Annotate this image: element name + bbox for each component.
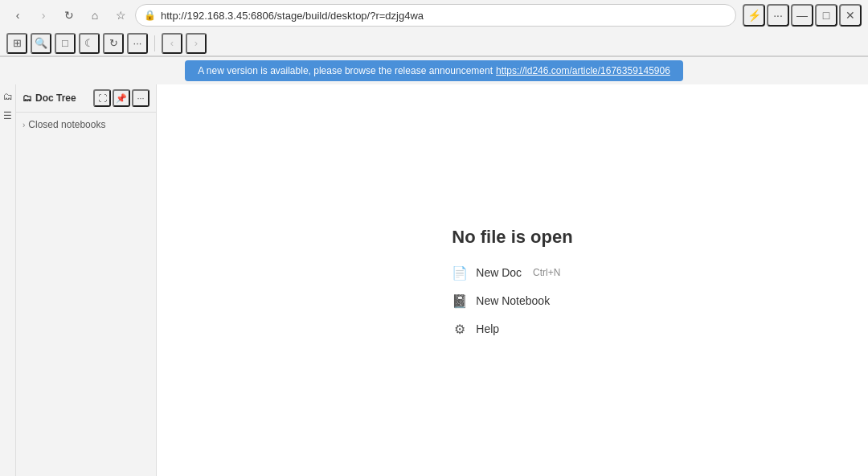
help-action[interactable]: ⚙ Help <box>452 320 572 339</box>
doc-tree-strip-icon[interactable]: 🗂 <box>1 89 15 104</box>
new-notebook-action[interactable]: 📓 New Notebook <box>452 292 572 310</box>
new-notebook-label: New Notebook <box>476 294 550 307</box>
minimize-button[interactable]: — <box>791 4 813 27</box>
sidebar-header: 🗂 Doc Tree ⛶ 📌 ··· <box>16 84 156 113</box>
left-icon-strip: 🗂 ☰ <box>0 84 16 476</box>
announcement-link[interactable]: https://ld246.com/article/1676359145906 <box>496 65 670 76</box>
browser-action-buttons: ⚡ ··· — □ ✕ <box>743 4 862 27</box>
nav-forward-button[interactable]: › <box>186 33 207 54</box>
new-doc-icon: 📄 <box>452 265 468 281</box>
chevron-right-icon: › <box>23 121 25 129</box>
new-doc-shortcut: Ctrl+N <box>533 267 560 278</box>
main-layout: 🗂 ☰ 🗂 Doc Tree ⛶ 📌 ··· › Closed notebook… <box>0 84 868 476</box>
new-doc-action[interactable]: 📄 New Doc Ctrl+N <box>452 264 572 282</box>
announcement-banner: A new version is available, please brows… <box>185 60 683 81</box>
sidebar-more-button[interactable]: ··· <box>132 89 149 107</box>
closed-notebooks-item[interactable]: › Closed notebooks <box>16 116 156 133</box>
extensions-button[interactable]: ⚡ <box>743 4 765 27</box>
no-file-title: No file is open <box>452 227 572 248</box>
security-icon: 🔒 <box>144 10 156 21</box>
sidebar-action-buttons: ⛶ 📌 ··· <box>93 89 149 107</box>
forward-button[interactable]: › <box>32 4 55 27</box>
list-strip-icon[interactable]: ☰ <box>1 109 15 123</box>
sidebar-title-text: Doc Tree <box>35 92 76 104</box>
doc-tree-icon: 🗂 <box>23 92 32 104</box>
tab-grid-button[interactable]: ⊞ <box>6 33 27 54</box>
sidebar-expand-button[interactable]: ⛶ <box>93 89 111 107</box>
new-notebook-icon: 📓 <box>452 293 468 309</box>
sidebar-pin-button[interactable]: 📌 <box>113 89 130 107</box>
reload-toolbar-button[interactable]: ↻ <box>103 33 124 54</box>
sidebar: 🗂 Doc Tree ⛶ 📌 ··· › Closed notebooks <box>16 84 157 476</box>
sidebar-content: › Closed notebooks <box>16 113 156 476</box>
refresh-button[interactable]: ↻ <box>58 4 80 27</box>
toolbar-more-button[interactable]: ··· <box>127 33 148 54</box>
nav-back-button[interactable]: ‹ <box>162 33 182 54</box>
main-content-area: No file is open 📄 New Doc Ctrl+N 📓 New N… <box>157 84 868 476</box>
home-button[interactable]: ⌂ <box>84 4 106 27</box>
no-file-panel: No file is open 📄 New Doc Ctrl+N 📓 New N… <box>452 227 572 339</box>
browser-top-bar: ‹ › ↻ ⌂ ☆ 🔒 http://192.168.3.45:6806/sta… <box>0 0 868 31</box>
browser-more-button[interactable]: ··· <box>767 4 789 27</box>
maximize-button[interactable]: □ <box>815 4 837 27</box>
new-doc-label: New Doc <box>476 266 522 279</box>
close-button[interactable]: ✕ <box>839 4 862 27</box>
search-toolbar-button[interactable]: 🔍 <box>31 33 51 54</box>
address-bar[interactable]: 🔒 http://192.168.3.45:6806/stage/build/d… <box>135 4 736 27</box>
announcement-text: A new version is available, please brows… <box>198 65 493 76</box>
help-icon: ⚙ <box>452 322 468 337</box>
toolbar-row: ⊞ 🔍 □ ☾ ↻ ··· ‹ › <box>0 31 868 56</box>
closed-notebooks-label: Closed notebooks <box>28 119 105 130</box>
sidebar-title-group: 🗂 Doc Tree <box>23 92 76 104</box>
pin-tab-button[interactable]: □ <box>55 33 76 54</box>
help-label: Help <box>476 322 499 335</box>
star-button[interactable]: ☆ <box>109 4 132 27</box>
back-button[interactable]: ‹ <box>6 4 29 27</box>
dark-mode-button[interactable]: ☾ <box>79 33 100 54</box>
announcement-bar: A new version is available, please brows… <box>0 57 868 84</box>
url-text: http://192.168.3.45:6806/stage/build/des… <box>161 10 727 22</box>
